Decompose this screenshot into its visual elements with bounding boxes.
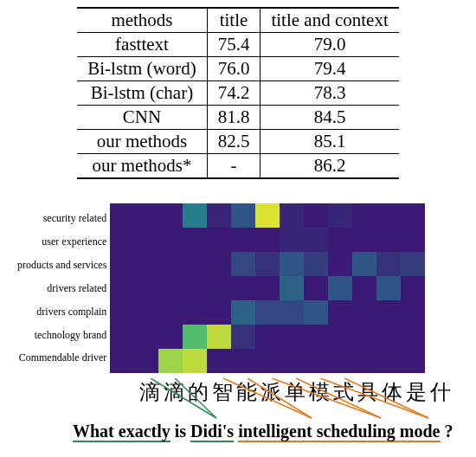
- heatmap-cell: [280, 203, 304, 228]
- heatmap-cell: [183, 252, 207, 276]
- heatmap-cell: [231, 349, 255, 373]
- heatmap-cell: [207, 228, 231, 252]
- heatmap-cell: [255, 349, 280, 373]
- heatmap-cell: [401, 252, 425, 276]
- col-title-context: title and context: [261, 8, 399, 33]
- heatmap-cell: [328, 228, 352, 252]
- heatmap-cell: [255, 300, 280, 325]
- heatmap-cell: [207, 203, 231, 228]
- heatmap-cell: [231, 300, 255, 325]
- heatmap-cell: [110, 349, 134, 373]
- table-row: CNN81.884.5: [77, 106, 398, 130]
- heatmap-cell: [328, 325, 352, 349]
- heatmap-cell: [134, 276, 158, 300]
- heatmap-cell: [231, 276, 255, 300]
- heatmap-cell: [280, 349, 304, 373]
- heatmap-cell: [255, 276, 280, 300]
- heatmap-cell: [376, 325, 401, 349]
- heatmap-cell: [376, 228, 401, 252]
- heatmap-cell: [134, 228, 158, 252]
- heatmap-cell: [207, 349, 231, 373]
- heatmap-cell: [280, 276, 304, 300]
- heatmap-cell: [183, 349, 207, 373]
- heatmap-cell: [255, 228, 280, 252]
- heatmap-cell: [207, 325, 231, 349]
- translation-caption: What exactly is Didi's intelligent sched…: [73, 422, 459, 441]
- heatmap-cell: [110, 325, 134, 349]
- table-row: our methods82.585.1: [77, 130, 398, 154]
- heatmap-cell: [110, 228, 134, 252]
- heatmap-cell: [183, 325, 207, 349]
- heatmap-cell: [352, 252, 376, 276]
- heatmap-cell: [304, 276, 328, 300]
- heatmap-cell: [255, 203, 280, 228]
- heatmap-cell: [134, 349, 158, 373]
- heatmap-cell: [376, 349, 401, 373]
- heatmap-cell: [110, 300, 134, 325]
- heatmap-cell: [352, 349, 376, 373]
- table-row: Bi-lstm (word)76.079.4: [77, 57, 398, 81]
- col-title: title: [207, 8, 261, 33]
- heatmap-cell: [352, 325, 376, 349]
- heatmap-x-labels: 滴 滴 的 智 能 派 单 模 式 具 体 是 什: [138, 378, 459, 406]
- heatmap-cell: [280, 325, 304, 349]
- heatmap-cell: [158, 252, 183, 276]
- heatmap-cell: [304, 349, 328, 373]
- heatmap-cell: [183, 276, 207, 300]
- heatmap-cell: [376, 252, 401, 276]
- heatmap-cell: [231, 228, 255, 252]
- heatmap-cell: [158, 325, 183, 349]
- heatmap-cell: [231, 325, 255, 349]
- heatmap-cell: [207, 300, 231, 325]
- heatmap-cell: [255, 325, 280, 349]
- table-header-row: methods title title and context: [77, 8, 398, 33]
- heatmap-cell: [401, 325, 425, 349]
- table-row: fasttext75.479.0: [77, 33, 398, 57]
- heatmap-cell: [134, 300, 158, 325]
- heatmap-cell: [401, 276, 425, 300]
- heatmap-cell: [304, 203, 328, 228]
- table-row: Bi-lstm (char)74.278.3: [77, 81, 398, 106]
- heatmap-grid: [110, 203, 425, 373]
- heatmap-cell: [110, 276, 134, 300]
- heatmap-cell: [352, 203, 376, 228]
- table-row: our methods*-86.2: [77, 154, 398, 179]
- attention-figure: security related user experience product…: [17, 203, 459, 441]
- heatmap-cell: [352, 276, 376, 300]
- heatmap-cell: [231, 203, 255, 228]
- heatmap-cell: [376, 203, 401, 228]
- heatmap-cell: [134, 325, 158, 349]
- heatmap-y-labels: security related user experience product…: [17, 203, 110, 373]
- heatmap-cell: [304, 228, 328, 252]
- heatmap-cell: [352, 228, 376, 252]
- heatmap-cell: [401, 349, 425, 373]
- heatmap-cell: [158, 276, 183, 300]
- heatmap-cell: [328, 276, 352, 300]
- heatmap-cell: [158, 300, 183, 325]
- heatmap-cell: [328, 203, 352, 228]
- heatmap-cell: [110, 252, 134, 276]
- heatmap-cell: [183, 228, 207, 252]
- heatmap-cell: [158, 349, 183, 373]
- heatmap-cell: [352, 300, 376, 325]
- heatmap-cell: [280, 252, 304, 276]
- heatmap-cell: [255, 252, 280, 276]
- heatmap-cell: [134, 203, 158, 228]
- heatmap-cell: [207, 252, 231, 276]
- heatmap-cell: [376, 276, 401, 300]
- heatmap-cell: [328, 300, 352, 325]
- results-table: methods title title and context fasttext…: [77, 7, 398, 179]
- heatmap-cell: [231, 252, 255, 276]
- heatmap-cell: [183, 300, 207, 325]
- heatmap-cell: [280, 228, 304, 252]
- col-methods: methods: [77, 8, 207, 33]
- heatmap-cell: [207, 276, 231, 300]
- heatmap-cell: [401, 300, 425, 325]
- heatmap-cell: [110, 203, 134, 228]
- heatmap-cell: [304, 325, 328, 349]
- heatmap-cell: [328, 349, 352, 373]
- heatmap-cell: [158, 228, 183, 252]
- heatmap-cell: [280, 300, 304, 325]
- heatmap-cell: [158, 203, 183, 228]
- heatmap-cell: [401, 203, 425, 228]
